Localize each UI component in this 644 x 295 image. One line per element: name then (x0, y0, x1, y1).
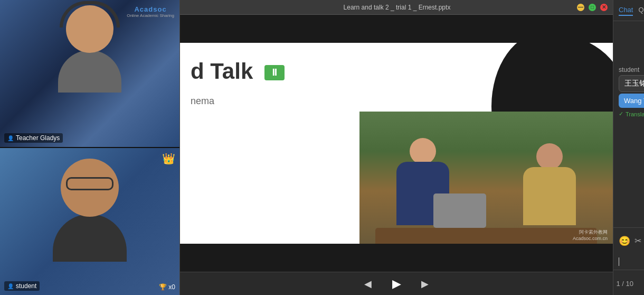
tab-chat[interactable]: Chat (619, 5, 633, 16)
minimize-button[interactable]: — (577, 4, 584, 11)
trophy-count: 🏆 x0 (159, 283, 175, 291)
slide-title: d Talk ⏸ (191, 59, 285, 84)
student-avatar (53, 159, 127, 262)
crown-icon: 👑 (162, 152, 175, 165)
emoji-button[interactable]: 😊 (619, 235, 630, 247)
teacher-video-feed: Acadsoc Online Academic Sharing 👤 Teache… (0, 0, 179, 148)
teacher-avatar (58, 5, 121, 111)
checkmark-icon: ✓ (619, 110, 623, 117)
maximize-button[interactable]: □ (589, 4, 596, 11)
presentation-titlebar: Learn and talk 2 _ trial 1 _ Ernest.pptx… (180, 0, 613, 15)
student-body (53, 214, 127, 262)
presentation-area: d Talk ⏸ nema (180, 15, 613, 272)
teacher-name: Teacher Gladys (16, 134, 60, 142)
student-name: student (16, 282, 36, 290)
teacher-label: 👤 Teacher Gladys (4, 133, 63, 143)
student-label: 👤 student (4, 281, 40, 291)
slide-watermark: 阿卡索外教网 Acadsoc.com.cn (573, 229, 608, 241)
slide-subtitle: nema (191, 96, 214, 107)
text-cursor (619, 257, 619, 266)
message-time: 21:00 (619, 26, 644, 33)
scissors-button[interactable]: ✂ (634, 236, 641, 246)
laptop-shape (433, 193, 486, 228)
center-panel: Learn and talk 2 _ trial 1 _ Ernest.pptx… (179, 0, 613, 295)
chat-input-toolbar: 😊 ✂ (613, 227, 644, 254)
close-button[interactable]: ✕ (600, 4, 608, 11)
next-slide-button[interactable]: ▶ (416, 275, 433, 292)
person-right-head (536, 143, 563, 170)
slide-photo-interior: 阿卡索外教网 Acadsoc.com.cn (359, 112, 613, 244)
slide-background: d Talk ⏸ nema (180, 43, 613, 244)
watermark-line2: Acadsoc.com.cn (573, 236, 608, 241)
student-glasses (66, 177, 113, 190)
pause-icon: ⏸ (264, 65, 285, 80)
chat-input-field-area[interactable] (613, 254, 644, 270)
translation-bubble: Wang Yu Ming (619, 94, 644, 108)
slide-photo: 阿卡索外教网 Acadsoc.com.cn (359, 112, 613, 244)
tab-question[interactable]: Question(0) (638, 5, 644, 16)
chat-tabs: Chat Question(0) (619, 5, 644, 16)
student-section-label: student (619, 66, 644, 73)
person-left-head (410, 138, 436, 164)
watermark-line1: 阿卡索外教网 (573, 229, 608, 236)
presentation-title: Learn and talk 2 _ trial 1 _ Ernest.pptx (217, 4, 577, 11)
trophy-number: x0 (168, 283, 175, 291)
left-panel: Acadsoc Online Academic Sharing 👤 Teache… (0, 0, 179, 295)
slide-title-text: d Talk (191, 59, 253, 84)
teacher-message-block: Teacher Gladys here (619, 40, 644, 62)
slide-counter: 1 / 10 (616, 280, 633, 288)
teacher-headphones (60, 1, 120, 27)
prev-slide-button[interactable]: ◀ (359, 275, 376, 292)
student-video-feed: 👑 👤 student 🏆 x0 (0, 148, 179, 295)
person-icon: 👤 (7, 283, 14, 289)
play-button[interactable]: ▶ (387, 274, 406, 293)
teacher-head (66, 5, 113, 53)
acadsoc-logo: Acadsoc Online Academic Sharing (127, 5, 174, 18)
person-right-body (523, 167, 576, 225)
student-message-area: student 王玉铭 Wang Yu Ming ✓ Translated (619, 66, 644, 117)
presentation-controls: ◀ ▶ ▶ 1 / 10 (180, 272, 613, 295)
translated-label: Translated (626, 111, 644, 117)
window-controls: — □ ✕ (577, 4, 608, 11)
chat-header: Chat Question(0) ☺ □ ✕ (613, 0, 644, 21)
trophy-icon: 🏆 (159, 283, 167, 291)
pause-symbol: ⏸ (270, 67, 279, 78)
acadsoc-subtitle: Online Academic Sharing (127, 13, 174, 18)
slide-content: d Talk ⏸ nema (180, 43, 613, 244)
translated-badge: ✓ Translated (619, 110, 644, 117)
chinese-message-bubble: 王玉铭 (619, 75, 644, 92)
right-panel: Chat Question(0) ☺ □ ✕ 21:00 Teacher Gla… (613, 0, 644, 295)
student-head (61, 159, 119, 217)
teacher-body (58, 50, 121, 93)
chat-messages: 21:00 Teacher Gladys here student 王玉铭 Wa… (613, 21, 644, 227)
acadsoc-name: Acadsoc (127, 5, 174, 13)
person-icon: 👤 (7, 135, 14, 141)
slide-table (375, 228, 597, 244)
